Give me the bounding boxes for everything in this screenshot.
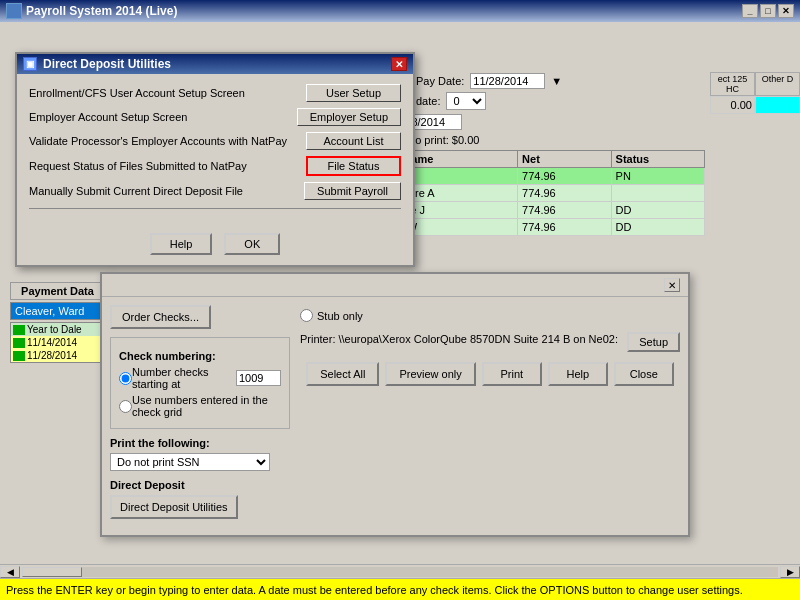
payment-name-field: Cleaver, Ward (10, 302, 105, 320)
direct-deposit-section: Direct Deposit Direct Deposit Utilities (110, 479, 290, 519)
dialog-row-3: Request Status of Files Submitted to Nat… (29, 156, 401, 176)
dialog-label-0: Enrollment/CFS User Account Setup Screen (29, 87, 306, 99)
col-net: Net (518, 151, 611, 168)
col1-value: 0.00 (710, 96, 755, 114)
stub-only-label: Stub only (317, 310, 363, 322)
pay-period-select[interactable]: 0 (446, 92, 486, 110)
dialog-titlebar: ▣ Direct Deposit Utilities ✕ (17, 54, 413, 74)
setup-button[interactable]: Setup (627, 332, 680, 352)
stub-only-input[interactable] (300, 309, 313, 322)
printer-label: Printer: \\europa\Xerox ColorQube 8570DN… (300, 333, 618, 345)
submit-payroll-button[interactable]: Submit Payroll (304, 182, 401, 200)
item1-label: 11/14/2014 (27, 337, 77, 348)
dd-utilities-button[interactable]: Direct Deposit Utilities (110, 495, 238, 519)
col2-value (755, 96, 800, 114)
dialog-title: Direct Deposit Utilities (43, 57, 171, 71)
print-following-label: Print the following: (110, 437, 290, 449)
dialog-label-3: Request Status of Files Submitted to Nat… (29, 160, 306, 172)
scroll-left-btn[interactable]: ◀ (0, 566, 20, 578)
app-icon (6, 3, 22, 19)
help-button-dialog[interactable]: Help (150, 233, 213, 255)
scrollbar-track[interactable] (22, 567, 778, 577)
ytd-indicator (13, 325, 25, 335)
check-options-left: Order Checks... Check numbering: Number … (110, 305, 290, 527)
col2-header: Other D (755, 72, 800, 96)
order-checks-button[interactable]: Order Checks... (110, 305, 211, 329)
radio-use-grid-label: Use numbers entered in the check grid (132, 394, 281, 418)
stub-radio-group: Stub only (300, 305, 680, 332)
col1-header: ect 125 HC (710, 72, 755, 96)
help-button-check[interactable]: Help (548, 362, 608, 386)
dialog-label-1: Employer Account Setup Screen (29, 111, 297, 123)
dialog-row-2: Validate Processor's Employer Accounts w… (29, 132, 401, 150)
summary-col-values: 0.00 (710, 96, 800, 114)
ok-button[interactable]: OK (224, 233, 280, 255)
select-all-button[interactable]: Select All (306, 362, 379, 386)
direct-deposit-dialog: ▣ Direct Deposit Utilities ✕ Enrollment/… (15, 52, 415, 267)
dialog-row-4: Manually Submit Current Direct Deposit F… (29, 182, 401, 200)
dialog-icon: ▣ (23, 57, 37, 71)
radio-number-checks-label: Number checks starting at (132, 366, 228, 390)
check-options-right: Stub only Setup Printer: \\europa\Xerox … (300, 305, 680, 527)
item2-indicator (13, 351, 25, 361)
close-button[interactable]: ✕ (778, 4, 794, 18)
check-dialog-titlebar: ✕ (102, 274, 688, 297)
cell-status (611, 185, 704, 202)
title-bar: Payroll System 2014 (Live) _ □ ✕ (0, 0, 800, 22)
dialog-label-2: Validate Processor's Employer Accounts w… (29, 135, 306, 147)
radio-number-checks-input[interactable] (119, 372, 132, 385)
dialog-content: Enrollment/CFS User Account Setup Screen… (17, 74, 413, 227)
print-ssn-dropdown[interactable]: Do not print SSN (110, 453, 270, 471)
cell-net: 774.96 (518, 185, 611, 202)
scroll-right-btn[interactable]: ▶ (780, 566, 800, 578)
minimize-button[interactable]: _ (742, 4, 758, 18)
employer-setup-button[interactable]: Employer Setup (297, 108, 401, 126)
payment-item-ytd[interactable]: Year to Dale (11, 323, 104, 336)
scrollbar-area[interactable]: ◀ ▶ (0, 564, 800, 578)
direct-deposit-label: Direct Deposit (110, 479, 290, 491)
user-setup-button[interactable]: User Setup (306, 84, 401, 102)
payment-item-2[interactable]: 11/28/2014 (11, 349, 104, 362)
status-message: Press the ENTER key or begin typing to e… (6, 584, 743, 596)
cell-status: DD (611, 202, 704, 219)
payment-item-1[interactable]: 11/14/2014 (11, 336, 104, 349)
account-list-button[interactable]: Account List (306, 132, 401, 150)
preview-only-button[interactable]: Preview only (385, 362, 475, 386)
check-numbering-section: Check numbering: Number checks starting … (110, 337, 290, 429)
pay-date-input[interactable] (470, 73, 545, 89)
print-following-section: Print the following: Do not print SSN (110, 437, 290, 471)
summary-columns: ect 125 HC Other D 0.00 (710, 72, 800, 114)
check-dialog-body: Order Checks... Check numbering: Number … (102, 297, 688, 535)
stub-only-radio: Stub only (300, 309, 680, 322)
selected-payment-name[interactable]: Cleaver, Ward (11, 303, 104, 319)
main-window: Payment Data Cleaver, Ward Year to Dale … (0, 22, 800, 600)
col-status: Status (611, 151, 704, 168)
check-numbering-label: Check numbering: (119, 350, 281, 362)
dropdown-icon[interactable]: ▼ (551, 75, 562, 87)
check-options-dialog: ✕ Order Checks... Check numbering: Numbe… (100, 272, 690, 537)
payment-data-panel: Payment Data Cleaver, Ward Year to Dale … (10, 282, 105, 363)
radio-use-grid-input[interactable] (119, 400, 132, 413)
dialog-row-0: Enrollment/CFS User Account Setup Screen… (29, 84, 401, 102)
cell-net: 774.96 (518, 168, 611, 185)
cell-net: 774.96 (518, 219, 611, 236)
file-status-button[interactable]: File Status (306, 156, 401, 176)
cell-net: 774.96 (518, 202, 611, 219)
radio-number-checks: Number checks starting at (119, 366, 281, 390)
dialog-close-button[interactable]: ✕ (391, 57, 407, 71)
starting-number-input[interactable] (236, 370, 281, 386)
payment-list: Year to Dale 11/14/2014 11/28/2014 (10, 322, 105, 363)
cell-status: DD (611, 219, 704, 236)
close-button-check[interactable]: Close (614, 362, 674, 386)
payment-data-label: Payment Data (10, 282, 105, 300)
maximize-button[interactable]: □ (760, 4, 776, 18)
radio-use-grid: Use numbers entered in the check grid (119, 394, 281, 418)
check-dialog-close-btn[interactable]: ✕ (664, 278, 680, 292)
scrollbar-thumb[interactable] (22, 567, 82, 577)
item1-indicator (13, 338, 25, 348)
dialog-row-1: Employer Account Setup Screen Employer S… (29, 108, 401, 126)
action-buttons: Select All Preview only Print Help Close (300, 358, 680, 390)
print-button[interactable]: Print (482, 362, 542, 386)
app-title: Payroll System 2014 (Live) (26, 4, 177, 18)
item2-label: 11/28/2014 (27, 350, 77, 361)
